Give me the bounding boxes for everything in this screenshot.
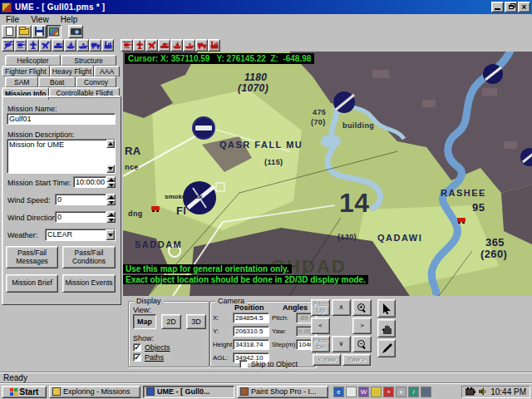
monitor-icon[interactable]: [421, 387, 431, 397]
chat-icon[interactable]: [371, 387, 382, 397]
task-button[interactable]: Paint Shop Pro - I...: [237, 386, 328, 398]
unit-button-red-factory[interactable]: [208, 39, 220, 52]
unit-button-blue-helicopter[interactable]: [14, 39, 27, 52]
ie-globe-icon[interactable]: e: [333, 387, 344, 397]
wind-speed-spinner[interactable]: [106, 194, 116, 205]
wordpad-icon[interactable]: W: [358, 387, 369, 397]
wind-speed-input[interactable]: 0: [55, 194, 106, 205]
minimize-button[interactable]: [491, 2, 504, 12]
unit-button-red-truck[interactable]: [195, 39, 208, 52]
map-view-button[interactable]: [47, 25, 62, 38]
unit-button-blue-jet[interactable]: [27, 39, 39, 52]
camera-x-input[interactable]: 284854.5: [233, 313, 269, 323]
mission-description-textarea[interactable]: Mission for UME: [7, 139, 116, 174]
mute-icon[interactable]: x: [396, 387, 406, 397]
unit-button-red-helicopter[interactable]: [121, 39, 133, 52]
unit-button-blue-factory[interactable]: [101, 39, 114, 52]
unit-button-blue-plane[interactable]: [39, 39, 52, 52]
yaw-left-button[interactable]: < Yaw: [313, 354, 341, 366]
tab-heavy-flight[interactable]: Heavy Flight: [50, 66, 95, 76]
passfail-messages-button[interactable]: Pass/Fail Messages: [6, 246, 58, 268]
task-button[interactable]: Exploring - Missions: [49, 386, 140, 398]
unit-button-red-plane[interactable]: [145, 39, 158, 52]
unit-button-blue-helicopter-slash[interactable]: [2, 39, 14, 52]
task-button[interactable]: UME - [ Gull0...: [143, 386, 234, 398]
tab-convoy[interactable]: Convoy: [76, 76, 116, 87]
view-map-button[interactable]: Map: [133, 314, 156, 329]
map-label: 475: [313, 108, 326, 116]
show-paths-checkbox[interactable]: ✓ Paths: [133, 353, 164, 362]
virus-shield-icon[interactable]: +: [383, 387, 394, 397]
close-button[interactable]: ×: [518, 2, 530, 12]
tab-structure[interactable]: Structure: [61, 55, 116, 66]
pan-hand-tool-button[interactable]: [377, 319, 396, 337]
menu-view[interactable]: View: [25, 15, 55, 24]
view-2d-button[interactable]: 2D: [161, 314, 181, 329]
map-label: smokestack: [165, 193, 203, 200]
tab-helicopter[interactable]: Helicopter: [5, 55, 61, 66]
unit-button-blue-truck[interactable]: [89, 39, 101, 52]
desc-scroll-down-button[interactable]: [106, 165, 115, 173]
plane-icon: [147, 40, 157, 50]
map-truck-icon[interactable]: [457, 218, 466, 222]
pointer-tool-button[interactable]: [377, 299, 396, 318]
weather-dropdown-button[interactable]: [106, 229, 115, 240]
map-truck-icon[interactable]: [151, 206, 160, 210]
unit-button-red-ship[interactable]: [170, 39, 183, 52]
tab-sam[interactable]: SAM: [5, 76, 38, 87]
zoom-in-button[interactable]: +: [352, 299, 372, 316]
show-objects-checkbox[interactable]: ✓ Objects: [133, 343, 170, 352]
tab-boat[interactable]: Boat: [38, 76, 76, 87]
unit-button-red-tank[interactable]: [158, 39, 170, 52]
pitch-down-button[interactable]: Pitch Dn: [311, 336, 330, 352]
view-3d-button[interactable]: 3D: [186, 314, 206, 329]
menu-help[interactable]: Help: [55, 15, 84, 24]
weather-label: Weather:: [7, 231, 37, 239]
wind-direction-input[interactable]: 0: [55, 211, 106, 223]
view-label: View:: [133, 306, 151, 314]
unit-button-blue-tank[interactable]: [52, 39, 64, 52]
pencil-tool-button[interactable]: [377, 339, 396, 357]
camera-left-button[interactable]: <: [311, 318, 330, 334]
restore-button[interactable]: [505, 2, 517, 12]
wind-direction-spinner[interactable]: [106, 211, 116, 223]
start-button[interactable]: Start: [2, 386, 47, 398]
taskbar: Start Exploring - MissionsUME - [ Gull0.…: [0, 383, 532, 399]
map-warning-line2: Exact object location should be done in …: [123, 275, 368, 284]
map-viewport[interactable]: 1180(1070)475(70)buildingQASR FALL MU(11…: [123, 52, 532, 296]
menu-file[interactable]: File: [0, 15, 25, 24]
camera-right-button[interactable]: >: [352, 318, 372, 334]
unit-button-blue-ship[interactable]: [64, 39, 76, 52]
unit-button-red-boat[interactable]: [183, 39, 195, 52]
save-file-button[interactable]: [32, 25, 47, 38]
new-file-button[interactable]: [2, 25, 17, 38]
camera-view-button[interactable]: [68, 25, 83, 38]
pen-icon[interactable]: /: [408, 387, 419, 397]
tab-aaa[interactable]: AAA: [94, 66, 120, 76]
unit-button-red-jet[interactable]: [133, 39, 145, 52]
start-time-input[interactable]: 10:00:00: [73, 176, 106, 188]
unit-button-blue-boat[interactable]: [76, 39, 89, 52]
camera-height-input[interactable]: 34318.74: [233, 339, 269, 350]
passfail-conditions-button[interactable]: Pass/Fail Conditions: [62, 246, 116, 268]
camera-up-button[interactable]: ∧: [332, 299, 351, 316]
camera-y-input[interactable]: 206310.5: [233, 326, 269, 337]
start-time-label: Mission Start Time:: [7, 179, 71, 187]
camera-down-button[interactable]: ∨: [332, 336, 351, 352]
mission-events-button[interactable]: Mission Events: [62, 274, 116, 293]
mission-name-input[interactable]: Gulf01: [7, 113, 116, 125]
desc-scroll-up-button[interactable]: [106, 140, 115, 148]
tab-fighter-flight[interactable]: Fighter Flight: [2, 66, 50, 76]
pitch-up-button[interactable]: Pitch Up: [311, 299, 330, 316]
mission-brief-button[interactable]: Mission Brief: [6, 274, 58, 293]
camera-height-label: Height:: [213, 341, 233, 348]
skip-to-object-checkbox[interactable]: Skip to Object: [239, 360, 298, 368]
objects-checkbox-label: Objects: [145, 343, 170, 352]
start-time-spinner[interactable]: [106, 176, 116, 188]
title-bar: UME - [ Gull01.pms * ] ×: [0, 0, 532, 14]
zoom-out-button[interactable]: −: [352, 336, 372, 352]
yaw-right-button[interactable]: Yaw >: [342, 354, 371, 366]
open-file-button[interactable]: [17, 25, 32, 38]
map-label: nce: [125, 163, 139, 171]
document-icon[interactable]: [346, 387, 357, 397]
